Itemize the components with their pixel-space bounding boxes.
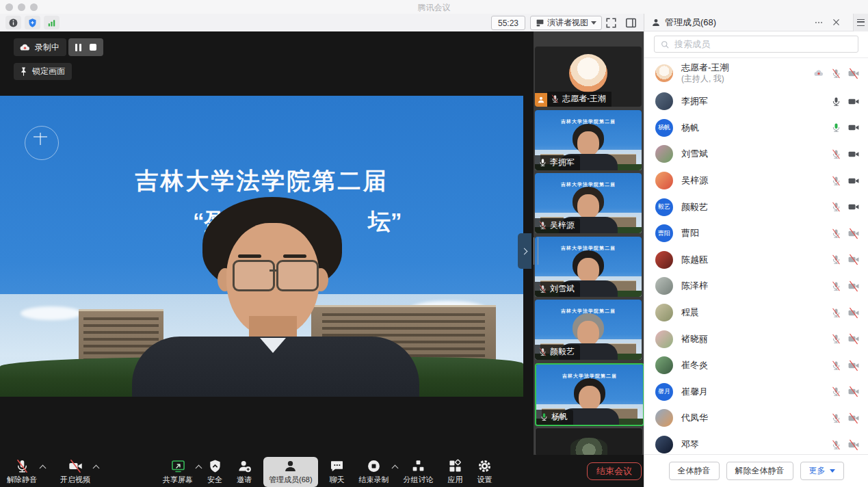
camera-muted-icon[interactable] (847, 254, 860, 265)
sidebar-toggle-button[interactable] (624, 16, 637, 29)
toolbar-item-settings[interactable]: 设置 (475, 459, 495, 485)
member-row[interactable]: 崔冬炎 (644, 352, 868, 379)
thumbnail-name-label: 李拥军 (535, 155, 580, 170)
camera-muted-icon[interactable] (847, 307, 860, 319)
more-button[interactable]: 更多 (800, 462, 844, 480)
mic-muted-icon[interactable] (831, 228, 841, 239)
avatar (655, 409, 673, 427)
member-row[interactable]: 程晨 (644, 300, 868, 326)
member-name: 褚晓丽 (681, 334, 708, 345)
mic-muted-icon[interactable] (831, 308, 841, 318)
toolbar-item-breakout[interactable]: 分组讨论 (401, 459, 436, 485)
panel-close-button[interactable] (832, 18, 841, 27)
member-search-box[interactable] (654, 36, 858, 53)
camera-muted-icon[interactable] (847, 386, 860, 397)
meeting-info-button[interactable] (5, 16, 21, 29)
participant-thumbnail[interactable]: 吉林大学法学院第二届 “盈…坛” 颜毅艺 (535, 300, 642, 360)
member-row[interactable]: 吴梓源 (644, 168, 868, 194)
toolbar-item-shield[interactable]: 安全 (205, 459, 225, 485)
fullscreen-button[interactable] (605, 16, 618, 29)
camera-icon[interactable] (847, 96, 860, 107)
end-meeting-button[interactable]: 结束会议 (587, 462, 642, 480)
mic-speaking-icon (540, 412, 549, 421)
stop-record-icon (367, 459, 381, 473)
slide-title-line2-right: 坛” (368, 207, 402, 237)
participant-thumbnail[interactable]: 志愿者-王潮 (535, 47, 642, 107)
chevron-up-icon[interactable] (391, 465, 398, 472)
member-row[interactable]: 代凤华 (644, 405, 868, 432)
member-name: 志愿者-王潮 (681, 62, 728, 73)
pause-recording-button[interactable] (75, 44, 81, 51)
mic-muted-icon[interactable] (831, 176, 841, 186)
collapse-thumbnails-button[interactable] (518, 233, 531, 269)
camera-icon[interactable] (847, 148, 860, 160)
member-search-input[interactable] (673, 38, 852, 50)
mic-icon[interactable] (831, 96, 841, 107)
toolbar-item-camera-muted[interactable]: 开启视频 (57, 459, 93, 485)
thumbnail-strip-drag-handle[interactable] (534, 237, 538, 265)
stop-recording-button[interactable] (90, 44, 96, 51)
camera-icon[interactable] (847, 175, 860, 187)
member-row[interactable]: 陈泽梓 (644, 273, 868, 300)
camera-muted-icon[interactable] (847, 228, 860, 239)
member-row[interactable]: 毅艺 颜毅艺 (644, 194, 868, 220)
mic-muted-icon[interactable] (831, 360, 841, 371)
member-row[interactable]: 刘雪斌 (644, 141, 868, 168)
member-row[interactable]: 杨帆 杨帆 (644, 115, 868, 142)
member-name: 崔冬炎 (681, 360, 708, 371)
mic-muted-icon[interactable] (831, 149, 841, 159)
chevron-up-icon[interactable] (196, 465, 202, 472)
mic-muted-icon[interactable] (831, 413, 841, 423)
chevron-up-icon[interactable] (93, 465, 100, 472)
network-stats-button[interactable] (44, 16, 60, 29)
camera-icon[interactable] (847, 201, 860, 213)
member-row[interactable]: 褚晓丽 (644, 326, 868, 352)
recording-controls: 录制中 (14, 38, 103, 56)
toolbar-item-share-screen[interactable]: 共享屏幕 (160, 459, 196, 485)
camera-muted-icon[interactable] (847, 280, 860, 292)
participant-thumbnail[interactable]: 吉林大学法学院第二届 “盈…坛” 杨帆 (535, 363, 644, 426)
mic-muted-icon[interactable] (831, 202, 841, 212)
member-row[interactable]: 陈越瓯 (644, 247, 868, 274)
camera-muted-icon[interactable] (847, 439, 860, 451)
toolbar-item-invite[interactable]: 邀请 (234, 459, 254, 485)
toolbar-item-apps[interactable]: 应用 (445, 459, 466, 485)
mute-all-button[interactable]: 全体静音 (669, 462, 720, 480)
toolbar-item-mic-muted[interactable]: 解除静音 (4, 459, 40, 485)
camera-muted-icon[interactable] (847, 68, 860, 79)
toolbar-item-members[interactable]: 管理成员(68) (263, 457, 318, 487)
camera-muted-icon[interactable] (847, 412, 860, 424)
member-row[interactable]: 曹阳 曹阳 (644, 220, 868, 247)
mic-speaking-icon[interactable] (831, 122, 841, 133)
member-row[interactable]: 志愿者-王潮 (主持人, 我) (644, 58, 868, 88)
member-list: 志愿者-王潮 (主持人, 我) 李拥军 杨帆 杨帆 (644, 58, 868, 455)
meeting-protect-button[interactable] (25, 16, 40, 29)
member-row[interactable]: 李拥军 (644, 88, 868, 115)
panel-more-button[interactable] (813, 18, 824, 27)
panel-menu-button[interactable] (853, 14, 868, 31)
mic-muted-icon[interactable] (831, 281, 841, 291)
mic-muted-icon[interactable] (831, 386, 841, 397)
toolbar-item-chat[interactable]: 聊天 (327, 459, 347, 485)
camera-muted-icon[interactable] (847, 333, 860, 345)
camera-muted-icon[interactable] (847, 360, 860, 371)
participant-thumbnail[interactable]: 吉林大学法学院第二届 “盈…坛” 李拥军 (535, 110, 642, 170)
lock-view-button[interactable]: 锁定画面 (14, 63, 72, 80)
thumbnail-partial[interactable] (535, 427, 643, 455)
participant-thumbnail[interactable]: 吉林大学法学院第二届 “盈…坛” 刘雪斌 (535, 237, 642, 297)
mic-muted-icon[interactable] (831, 440, 841, 450)
mic-muted-icon[interactable] (831, 254, 841, 265)
bottom-toolbar: 解除静音 开启视频 共享屏幕 安全 邀请 管理成员(68) 聊天 结束录制 分组… (0, 455, 644, 487)
mic-muted-icon[interactable] (831, 334, 841, 344)
mic-muted-icon[interactable] (831, 68, 841, 79)
share-screen-icon (171, 459, 185, 473)
camera-icon[interactable] (847, 122, 860, 133)
view-mode-dropdown[interactable]: 演讲者视图 (530, 16, 602, 30)
unmute-all-button[interactable]: 解除全体静音 (726, 462, 793, 480)
lock-view-label: 锁定画面 (32, 66, 65, 77)
member-row[interactable]: 邓琴 (644, 432, 868, 455)
toolbar-item-stop-record[interactable]: 结束录制 (356, 459, 392, 485)
member-row[interactable]: 馨月 崔馨月 (644, 379, 868, 406)
participant-thumbnail[interactable]: 吉林大学法学院第二届 “盈…坛” 吴梓源 (535, 173, 642, 233)
chevron-up-icon[interactable] (40, 465, 47, 472)
